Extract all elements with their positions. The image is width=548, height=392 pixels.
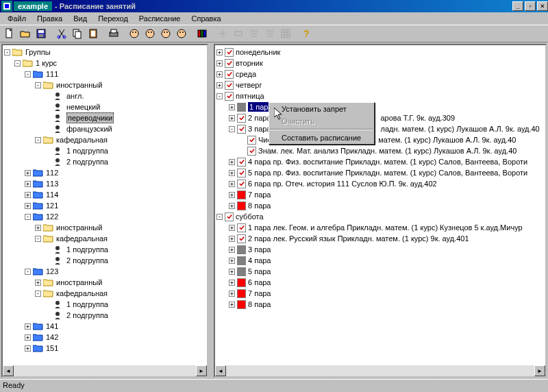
fri-p8[interactable]: 8 пара [248,201,271,210]
close-button[interactable]: × [537,1,548,11]
checkbox-red-icon[interactable] [237,278,246,287]
checkbox-icon[interactable] [225,59,234,68]
sat-p7[interactable]: 7 пара [248,289,271,298]
grid-icon[interactable] [278,26,293,41]
face4-icon[interactable] [174,26,189,41]
books-icon[interactable] [195,26,210,41]
group-111[interactable]: 111 [46,69,58,79]
sub2[interactable]: 2 подгруппа [66,310,108,320]
expander[interactable]: - [14,60,21,66]
day-thu[interactable]: четверг [236,80,262,90]
expander[interactable]: - [25,269,31,275]
checkbox-red-icon[interactable] [237,300,246,309]
group-113[interactable]: 113 [46,179,58,188]
checkbox-icon[interactable] [237,234,246,243]
sat-p5[interactable]: 5 пара [248,267,271,276]
sub2[interactable]: 2 подгруппа [66,157,108,167]
schedule-tree[interactable]: +понедельник +вторник +среда +четверг -п… [215,45,545,322]
checkbox-icon[interactable] [225,212,234,221]
expander[interactable]: + [25,203,31,209]
expander[interactable]: + [35,225,41,231]
group-111-inostr[interactable]: иностранный [56,80,102,90]
fri-p7[interactable]: 7 пара [248,190,271,199]
day-mon[interactable]: понедельник [236,47,280,57]
fri-p4[interactable]: 4 пара пр. Физ. воспитание Прикладн. мат… [248,157,527,167]
face1-icon[interactable] [127,26,142,41]
checkbox-icon[interactable] [237,158,246,167]
menu-help[interactable]: Справка [186,14,225,23]
fri-p3[interactable]: 3 пара [248,124,271,134]
expander[interactable]: - [25,71,31,77]
expander[interactable]: + [25,323,31,330]
cut-icon[interactable] [54,26,69,41]
print-icon[interactable] [106,26,121,41]
sub1[interactable]: 1 подгруппа [66,245,108,254]
lang-translators-selected[interactable]: переводчики [66,112,114,123]
menu-goto[interactable]: Переход [93,14,133,23]
checkbox-red-icon[interactable] [237,191,246,199]
expander[interactable]: + [25,181,31,187]
tool2-icon[interactable] [231,26,246,41]
save-icon[interactable] [34,26,49,41]
group-151[interactable]: 151 [46,343,58,353]
help-icon[interactable]: ? [299,26,314,41]
fri-p2[interactable]: 2 пара [248,113,271,123]
face2-icon[interactable] [142,26,158,41]
expander[interactable]: - [4,49,10,56]
expander[interactable]: - [35,291,41,297]
lang-de[interactable]: немецкий [66,102,100,112]
menu-edit[interactable]: Правка [32,14,67,23]
expander[interactable]: + [35,280,41,286]
group-141[interactable]: 141 [46,321,58,331]
checkbox-blocked-icon[interactable] [237,256,246,265]
menu-schedule[interactable]: Расписание [134,14,186,23]
checkbox-red-icon[interactable] [237,201,246,210]
ctx-make-schedule[interactable]: Составить расписание [269,132,374,144]
sat-p3[interactable]: 3 пара [248,245,271,254]
face3-icon[interactable] [158,26,173,41]
sub1[interactable]: 1 подгруппа [66,146,108,156]
checkbox-icon[interactable] [225,70,234,79]
day-tue[interactable]: вторник [236,58,263,68]
expander[interactable]: + [25,170,31,176]
group-112[interactable]: 112 [46,168,58,177]
tool3-icon[interactable] [247,26,262,41]
tool4-icon[interactable] [262,26,277,41]
checkbox-icon[interactable] [237,114,246,123]
expander[interactable]: - [35,82,41,88]
checkbox-blocked-icon[interactable] [237,267,246,276]
expander[interactable]: + [25,192,31,198]
checkbox-blocked-icon[interactable] [237,103,246,112]
splitter[interactable] [210,42,212,379]
checkbox-icon[interactable] [237,125,246,134]
group-114[interactable]: 114 [46,190,58,199]
checkbox-icon[interactable] [225,81,234,90]
sub1[interactable]: 1 подгруппа [66,299,108,309]
expander[interactable]: + [25,334,31,341]
paste-icon[interactable] [86,26,101,41]
lang-en[interactable]: англ. [66,91,84,101]
sat-p8[interactable]: 8 пара [248,299,271,309]
expander[interactable]: - [25,214,31,220]
checkbox-icon[interactable] [247,147,256,156]
new-icon[interactable] [2,26,17,41]
minimize-button[interactable]: _ [512,1,523,11]
group-142[interactable]: 142 [46,332,58,342]
day-fri[interactable]: пятница [236,91,264,101]
group-123-inostr[interactable]: иностранный [56,278,102,287]
sat-p2[interactable]: 2 пара лек. Русский язык Прикладн. матем… [248,234,469,243]
maximize-button[interactable]: ▫ [525,1,536,11]
expander[interactable]: - [35,236,41,242]
group-122-kaf[interactable]: кафедральная [56,234,108,243]
fri-p6[interactable]: 6 пара пр. Отеч. история 111 Суслов Ю.П.… [248,179,437,188]
checkbox-icon[interactable] [237,169,246,177]
copy-icon[interactable] [70,26,85,41]
group-123[interactable]: 123 [46,267,58,276]
group-123-kaf[interactable]: кафедральная [56,289,108,298]
lang-fr[interactable]: французский [66,124,112,134]
scrollbar-h[interactable]: ◄► [215,365,545,376]
groups-tree[interactable]: -Группы -1 курс -111 -иностранный англ. … [3,45,207,366]
group-111-kaf[interactable]: кафедральная [56,135,108,145]
expander[interactable]: - [35,137,41,143]
checkbox-icon[interactable] [247,136,256,145]
